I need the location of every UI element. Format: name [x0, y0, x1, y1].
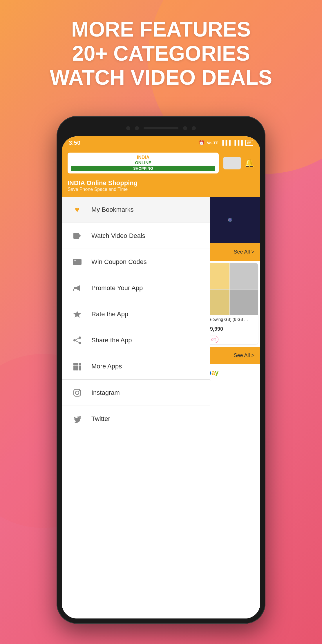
logo-online-text: ONLINE [71, 160, 215, 165]
svg-line-12 [76, 341, 79, 342]
menu-label-promote-app: Promote Your App [91, 284, 143, 292]
banner-content: 🎆 [228, 218, 232, 222]
header-line3: WATCH VIDEO DEALS [0, 66, 322, 90]
menu-label-bookmarks: My Bookmarks [91, 206, 133, 214]
svg-text:%: % [74, 259, 76, 262]
see-all-button-2[interactable]: See All > [202, 349, 258, 362]
product-price: ₹19,990 [202, 323, 258, 334]
main-area: ♥ My Bookmarks Watch Video Dea [62, 197, 260, 618]
instagram-icon [70, 388, 84, 397]
app-subtitle: Save Phone Space and Time [68, 187, 254, 192]
ebay-y: y [215, 369, 218, 376]
menu-item-promote-app[interactable]: Promote Your App [62, 275, 210, 301]
menu-item-share-app[interactable]: Share the App [62, 327, 210, 353]
header-right-icons: 🔔 [223, 157, 254, 169]
sensor-right [183, 126, 187, 130]
svg-marker-1 [79, 234, 81, 238]
search-box[interactable] [223, 157, 241, 169]
heart-icon: ♥ [70, 205, 84, 214]
svg-rect-19 [73, 368, 76, 370]
alarm-icon: ⏰ [199, 140, 205, 146]
twitter-icon [70, 415, 84, 423]
svg-rect-14 [76, 363, 78, 365]
svg-rect-20 [76, 368, 78, 370]
product-collage [202, 263, 258, 315]
thumb-phone [230, 263, 258, 289]
menu-label-more-apps: More Apps [91, 363, 122, 370]
screen-content: 3:50 ⏰ VoLTE ▐▐▐ ▐▐▐ 65 INDIA ONLINE [62, 136, 260, 618]
bell-icon[interactable]: 🔔 [244, 158, 254, 168]
menu-label-rate-app: Rate the App [91, 310, 128, 318]
camera-center [135, 126, 139, 130]
video-icon [70, 232, 84, 240]
product-name: s (Glowing GB) (6 GB ... [202, 315, 258, 323]
phone-screen: 3:50 ⏰ VoLTE ▐▐▐ ▐▐▐ 65 INDIA ONLINE [62, 136, 260, 618]
svg-point-10 [79, 342, 81, 344]
speaker [144, 127, 178, 129]
status-icons: ⏰ VoLTE ▐▐▐ ▐▐▐ 65 [199, 140, 253, 146]
menu-item-rate-app[interactable]: Rate the App [62, 301, 210, 327]
menu-label-video-deals: Watch Video Deals [91, 232, 145, 240]
svg-marker-7 [73, 311, 81, 318]
app-logo: INDIA ONLINE SHOPPING [68, 153, 219, 173]
svg-point-24 [79, 390, 80, 391]
drawer-panel: ♥ My Bookmarks Watch Video Dea [62, 197, 210, 618]
logo-india-text: INDIA [71, 155, 215, 160]
app-header: INDIA ONLINE SHOPPING 🔔 [62, 149, 260, 179]
svg-marker-5 [74, 285, 80, 291]
signal-icon2: ▐▐▐ [233, 140, 243, 145]
menu-label-share-app: Share the App [91, 337, 132, 344]
ebay-label: ebay [202, 379, 258, 383]
svg-rect-16 [73, 366, 76, 368]
share-icon [70, 336, 84, 344]
header-line1: MORE FEATURES [0, 17, 322, 41]
menu-item-bookmarks[interactable]: ♥ My Bookmarks [62, 197, 210, 223]
drawer-trigger-area: INDIA ONLINE SHOPPING [68, 153, 219, 173]
status-bar: 3:50 ⏰ VoLTE ▐▐▐ ▐▐▐ 65 [62, 136, 260, 149]
svg-rect-18 [79, 366, 81, 368]
menu-label-instagram: Instagram [91, 389, 120, 397]
app-title: INDIA Online Shopping [68, 179, 254, 187]
menu-item-video-deals[interactable]: Watch Video Deals [62, 223, 210, 249]
svg-rect-17 [76, 366, 78, 368]
app-title-area: INDIA Online Shopping Save Phone Space a… [62, 179, 260, 197]
svg-rect-0 [73, 233, 79, 239]
coupon-icon: % [70, 258, 84, 266]
svg-rect-15 [79, 363, 81, 365]
megaphone-icon [70, 284, 84, 292]
ebay-a: a [211, 369, 215, 376]
phone-top-bar [62, 121, 260, 135]
menu-label-twitter: Twitter [91, 415, 110, 423]
camera-right [192, 126, 196, 130]
status-time: 3:50 [69, 140, 80, 146]
phone-outer-shell: 3:50 ⏰ VoLTE ▐▐▐ ▐▐▐ 65 INDIA ONLINE [57, 116, 265, 624]
product-card[interactable]: s (Glowing GB) (6 GB ... ₹19,990 % off [202, 263, 258, 344]
camera-left [126, 126, 130, 130]
svg-rect-21 [79, 368, 81, 370]
see-all-button[interactable]: See All > [202, 245, 258, 258]
svg-line-11 [76, 338, 79, 340]
ebay-logo: ebay [202, 367, 258, 379]
thumb-chip [230, 290, 258, 315]
grid-icon [70, 362, 84, 370]
svg-point-9 [73, 339, 76, 341]
logo-shopping-text: SHOPPING [71, 166, 215, 171]
battery-icon: 65 [245, 140, 253, 146]
svg-point-23 [75, 391, 79, 395]
phone-mockup: 3:50 ⏰ VoLTE ▐▐▐ ▐▐▐ 65 INDIA ONLINE [57, 116, 265, 624]
menu-item-more-apps[interactable]: More Apps [62, 353, 210, 379]
menu-label-coupon-codes: Win Coupon Codes [91, 258, 147, 266]
svg-point-8 [79, 337, 81, 339]
header-line2: 20+ CATEGORIES [0, 41, 322, 66]
menu-item-coupon-codes[interactable]: % Win Coupon Codes [62, 249, 210, 275]
menu-item-instagram[interactable]: Instagram [62, 380, 210, 406]
product-image [202, 263, 258, 315]
svg-rect-13 [73, 363, 76, 365]
volte-icon: VoLTE [207, 141, 218, 145]
signal-icon1: ▐▐▐ [221, 140, 231, 145]
menu-item-twitter[interactable]: Twitter [62, 406, 210, 432]
star-icon [70, 310, 84, 318]
header-text-block: MORE FEATURES 20+ CATEGORIES WATCH VIDEO… [0, 17, 322, 89]
